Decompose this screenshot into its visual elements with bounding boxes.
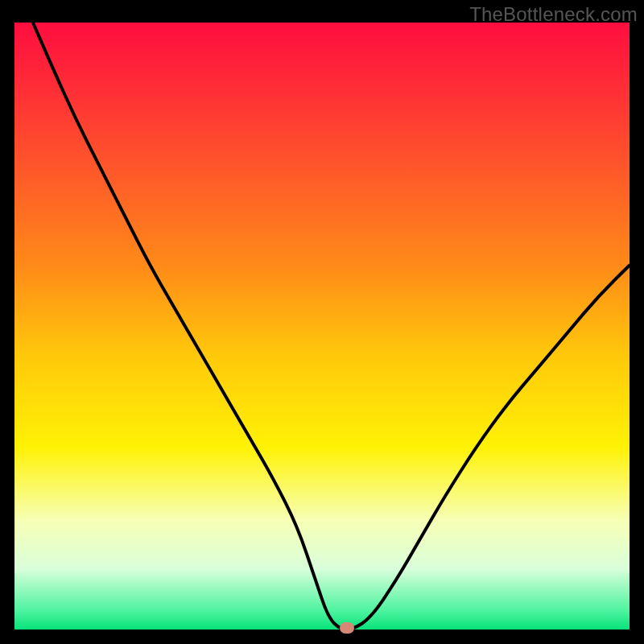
gradient-backdrop	[14, 23, 630, 630]
bottleneck-chart	[14, 23, 630, 630]
watermark-text: TheBottleneck.com	[469, 3, 638, 26]
chart-frame: TheBottleneck.com	[0, 0, 644, 644]
optimal-point-marker	[340, 622, 354, 634]
